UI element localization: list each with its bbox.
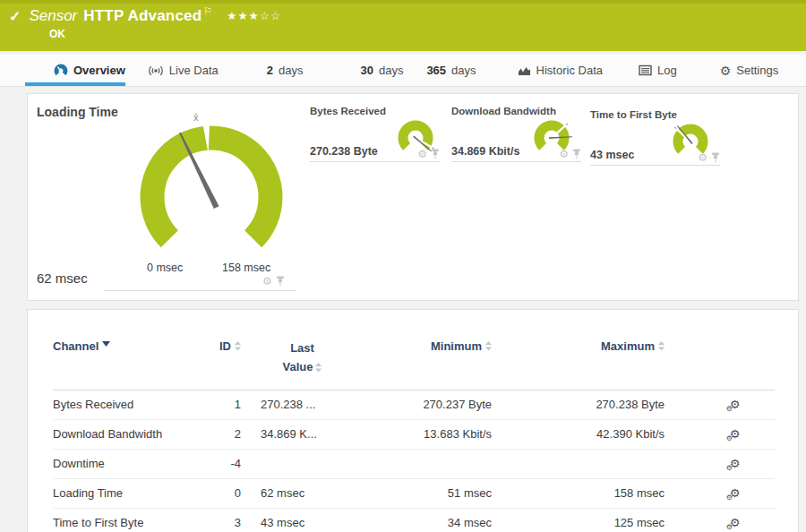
channel-settings-button[interactable]: ⚙⚙: [730, 486, 741, 500]
main-gauge-title: Loading Time: [37, 105, 118, 119]
tab-bar: Overview Live Data 2 days 30 days 365 da…: [0, 55, 806, 87]
channel-id: 3: [235, 516, 241, 529]
sort-both-icon: [235, 341, 241, 351]
table-row[interactable]: Download Bandwidth 2 34.869 K... 13.683 …: [53, 420, 775, 450]
mini-gauge-value: 34.869 Kbit/s: [451, 145, 519, 158]
tab-label: days: [279, 64, 303, 77]
channel-last-value: 34.869 K...: [241, 427, 364, 441]
channel-settings-gear-small-icon: ⚙: [726, 406, 733, 413]
channel-settings-gear-small-icon: ⚙: [726, 494, 733, 502]
table-row[interactable]: Bytes Received 1 270.238 ... 270.237 Byt…: [53, 390, 775, 420]
table-header-row: Channel ID Last Value Minimum: [53, 310, 775, 390]
sort-both-icon: [485, 341, 492, 351]
tab-number: 30: [360, 64, 373, 77]
column-header-maximum[interactable]: Maximum: [601, 339, 665, 353]
status-badge: OK: [49, 28, 806, 40]
channel-gear-icon[interactable]: ⚙: [559, 149, 569, 159]
tab-number: 2: [267, 64, 273, 77]
pin-icon[interactable]: [431, 149, 440, 159]
channel-maximum: 158 msec: [614, 486, 665, 500]
channel-settings-gear-small-icon: ⚙: [726, 435, 733, 442]
channel-name: Bytes Received: [53, 398, 216, 411]
settings-gear-icon: ⚙: [720, 64, 732, 77]
pin-icon[interactable]: [711, 152, 720, 163]
tab-settings[interactable]: ⚙ Settings: [720, 55, 779, 86]
channel-name: Download Bandwidth: [53, 427, 216, 441]
channel-last-value: 43 msec: [241, 516, 364, 529]
channel-id: 1: [235, 398, 241, 411]
mini-gauge-download-bandwidth: Download Bandwidth 34.869 Kbit/s ⚙: [451, 103, 581, 162]
channel-id: 2: [235, 427, 241, 441]
channel-gear-icon[interactable]: ⚙: [262, 276, 272, 287]
tab-label: Overview: [73, 64, 125, 77]
stars-filled: ★★★: [227, 10, 260, 22]
divider: [104, 290, 296, 291]
tab-log[interactable]: Log: [639, 55, 677, 86]
live-data-icon: [148, 64, 164, 77]
tab-label: days: [451, 64, 476, 77]
column-header-channel[interactable]: Channel: [53, 339, 216, 353]
channel-settings-button[interactable]: ⚙⚙: [730, 457, 741, 470]
object-type-label: Sensor: [29, 7, 77, 25]
tab-label: days: [379, 64, 403, 77]
sensor-header: ✓ Sensor HTTP Advanced ⚐ ★★★☆☆ OK: [0, 0, 806, 51]
sort-both-icon: [658, 341, 665, 351]
loading-time-gauge: [126, 110, 296, 280]
channels-table: Channel ID Last Value Minimum: [53, 310, 775, 532]
channel-gear-icon[interactable]: ⚙: [417, 149, 427, 159]
tab-live-data[interactable]: Live Data: [148, 55, 219, 86]
channel-gear-icon[interactable]: ⚙: [698, 152, 707, 163]
gauge-scale-min: 0 msec: [147, 262, 183, 274]
sort-desc-icon: [102, 341, 110, 347]
tab-365-days[interactable]: 365 days: [426, 55, 476, 86]
tab-30-days[interactable]: 30 days: [360, 55, 403, 86]
mini-gauge-value: 270.238 Byte: [310, 145, 378, 158]
tab-historic-data[interactable]: Historic Data: [518, 55, 603, 86]
table-row[interactable]: Time to First Byte 3 43 msec 34 msec 125…: [53, 509, 775, 532]
channel-minimum: 270.237 Byte: [423, 398, 492, 411]
channel-name: Loading Time: [53, 486, 216, 500]
mini-gauge-value: 43 msec: [590, 149, 634, 161]
mini-gauge-title: Time to First Byte: [590, 109, 677, 120]
channel-settings-button[interactable]: ⚙⚙: [730, 427, 741, 441]
mini-gauge-title: Bytes Received: [310, 106, 386, 116]
column-header-minimum[interactable]: Minimum: [431, 339, 492, 353]
channel-id: 0: [235, 486, 241, 500]
column-header-id[interactable]: ID: [219, 339, 241, 353]
channel-last-value: 62 msec: [241, 486, 364, 500]
tab-number: 365: [426, 64, 446, 77]
pin-icon[interactable]: [276, 276, 285, 287]
channel-minimum: 51 msec: [448, 486, 492, 500]
channel-name: Downtime: [53, 457, 216, 470]
channel-name: Time to First Byte: [53, 516, 216, 529]
tab-overview[interactable]: Overview: [25, 55, 125, 86]
status-check-icon: ✓: [9, 8, 21, 25]
sort-both-icon: [315, 363, 322, 373]
channel-settings-button[interactable]: ⚙⚙: [730, 398, 741, 411]
table-row[interactable]: Loading Time 0 62 msec 51 msec 158 msec …: [53, 479, 775, 509]
channel-last-value: 270.238 ...: [241, 398, 364, 411]
column-header-last-value[interactable]: Last Value: [277, 339, 329, 377]
tab-label: Live Data: [169, 64, 219, 77]
channel-settings-button[interactable]: ⚙⚙: [730, 516, 741, 529]
channel-settings-gear-small-icon: ⚙: [726, 465, 733, 472]
historic-data-icon: [518, 64, 531, 76]
channel-minimum: 34 msec: [448, 516, 492, 529]
priority-stars[interactable]: ★★★☆☆: [227, 9, 281, 22]
channel-maximum: 125 msec: [614, 516, 665, 529]
log-icon: [639, 64, 652, 76]
channel-minimum: 13.683 Kbit/s: [424, 427, 492, 441]
channel-maximum: 270.238 Byte: [596, 398, 665, 411]
mini-gauge-bytes-received: Bytes Received 270.238 Byte ⚙: [310, 103, 440, 162]
table-row[interactable]: Downtime -4 ⚙⚙: [53, 450, 775, 479]
channel-settings-gear-small-icon: ⚙: [726, 524, 733, 531]
pin-icon[interactable]: [572, 149, 581, 159]
tab-label: Log: [657, 64, 677, 77]
gauges-panel: Loading Time x̄ 0 msec 158 msec 62 msec …: [27, 93, 799, 301]
channel-maximum: 42.390 Kbit/s: [596, 427, 665, 441]
gauge-scale-max: 158 msec: [222, 262, 270, 274]
tab-2-days[interactable]: 2 days: [267, 55, 304, 86]
channels-table-panel: Channel ID Last Value Minimum: [27, 309, 799, 532]
tab-label: Historic Data: [536, 64, 603, 77]
tab-label: Settings: [736, 64, 778, 77]
